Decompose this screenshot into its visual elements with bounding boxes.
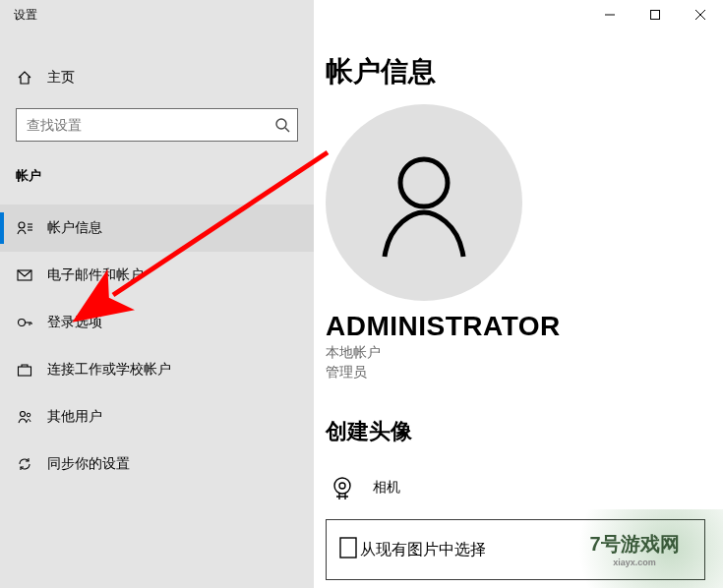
- browse-label: 从现有图片中选择: [360, 540, 486, 560]
- svg-point-15: [334, 478, 350, 494]
- svg-point-0: [276, 119, 286, 129]
- search-icon: [274, 117, 290, 133]
- create-avatar-heading: 创建头像: [326, 417, 723, 446]
- nav-item-other-users[interactable]: 其他用户: [0, 393, 314, 441]
- account-info-icon: [16, 220, 33, 236]
- nav-label: 同步你的设置: [47, 455, 130, 473]
- window-controls: [587, 0, 723, 29]
- search-input[interactable]: [16, 108, 298, 142]
- svg-rect-21: [651, 11, 660, 20]
- home-link[interactable]: 主页: [0, 57, 314, 98]
- svg-point-16: [339, 483, 345, 489]
- svg-point-7: [19, 320, 26, 326]
- nav-list: 帐户信息 电子邮件和帐户 登录选项 连接工作或学校帐户: [0, 205, 314, 488]
- browse-option[interactable]: 从现有图片中选择: [326, 519, 705, 580]
- nav-item-account-info[interactable]: 帐户信息: [0, 205, 314, 252]
- briefcase-icon: [16, 362, 33, 378]
- maximize-button[interactable]: [633, 0, 678, 29]
- window-title-text: 设置: [14, 7, 37, 24]
- username: ADMINISTRATOR: [326, 311, 723, 342]
- home-icon: [16, 70, 33, 86]
- search-box: [16, 108, 298, 142]
- camera-label: 相机: [373, 479, 400, 497]
- svg-rect-17: [340, 538, 356, 558]
- nav-item-signin-options[interactable]: 登录选项: [0, 299, 314, 346]
- key-icon: [16, 315, 33, 330]
- svg-point-14: [400, 159, 448, 206]
- home-label: 主页: [47, 69, 75, 87]
- svg-line-1: [285, 128, 289, 132]
- close-button[interactable]: [678, 0, 723, 29]
- users-icon: [16, 409, 33, 425]
- svg-point-2: [19, 222, 25, 228]
- camera-option[interactable]: 相机: [326, 464, 723, 511]
- person-icon: [365, 144, 483, 262]
- nav-item-email[interactable]: 电子邮件和帐户: [0, 252, 314, 299]
- camera-icon: [326, 473, 359, 502]
- avatar-placeholder: [326, 104, 522, 301]
- nav-label: 登录选项: [47, 314, 102, 331]
- nav-label: 连接工作或学校帐户: [47, 361, 171, 379]
- minimize-button[interactable]: [587, 0, 633, 29]
- svg-point-12: [21, 412, 26, 417]
- section-title: 帐户: [0, 167, 314, 185]
- sidebar: 设置 主页 帐户 帐户信息: [0, 0, 314, 588]
- account-role: 管理员: [326, 364, 723, 382]
- nav-item-sync[interactable]: 同步你的设置: [0, 441, 314, 488]
- picture-icon: [336, 533, 360, 566]
- mail-icon: [16, 267, 33, 283]
- sync-icon: [16, 456, 33, 472]
- nav-item-work-school[interactable]: 连接工作或学校帐户: [0, 346, 314, 393]
- nav-label: 电子邮件和帐户: [47, 266, 144, 284]
- account-type: 本地帐户: [326, 344, 723, 362]
- nav-label: 帐户信息: [47, 219, 102, 237]
- svg-point-13: [27, 413, 30, 417]
- svg-rect-11: [19, 367, 31, 376]
- window-title: 设置: [0, 0, 314, 29]
- page-title: 帐户信息: [326, 53, 723, 90]
- nav-label: 其他用户: [47, 408, 102, 426]
- content-area: 帐户信息 ADMINISTRATOR 本地帐户 管理员 创建头像 相机 从现有图…: [314, 0, 723, 588]
